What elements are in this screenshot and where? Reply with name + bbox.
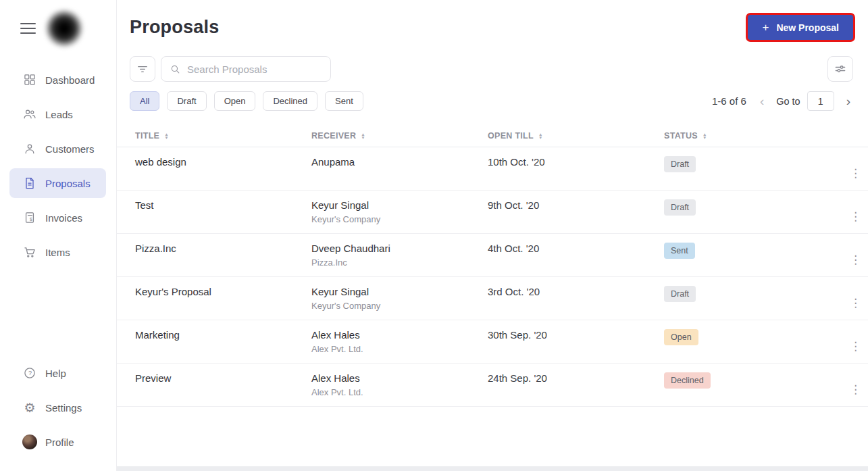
sidebar-item-label: Leads: [45, 109, 73, 120]
column-settings-button[interactable]: [827, 56, 853, 82]
sort-icon: ▲▼: [703, 132, 707, 139]
chip-declined[interactable]: Declined: [263, 91, 317, 111]
sidebar-item-label: Settings: [45, 402, 82, 414]
chip-open[interactable]: Open: [214, 91, 256, 111]
page-header: Proposals + New Proposal: [117, 0, 868, 40]
app-logo: [45, 9, 83, 47]
proposal-title: Keyur's Proposal: [135, 286, 311, 297]
new-proposal-label: New Proposal: [776, 22, 839, 33]
status-badge: Declined: [664, 372, 711, 389]
kebab-menu-icon[interactable]: ⋮: [844, 339, 867, 354]
sidebar-nav: Dashboard Leads Customers Proposals $ In…: [0, 65, 116, 267]
table-row[interactable]: Pizza.Inc Dveep Chaudhari Pizza.Inc 4th …: [117, 234, 868, 277]
chip-all[interactable]: All: [130, 91, 159, 111]
actions-cell: ⋮: [844, 296, 867, 310]
receiver-company: Keyur's Company: [311, 214, 488, 224]
status-cell: Draft: [664, 199, 844, 216]
kebab-menu-icon[interactable]: ⋮: [844, 209, 867, 224]
proposal-title: Pizza.Inc: [135, 243, 311, 254]
sidebar-item-settings[interactable]: ⚙ Settings: [9, 393, 106, 422]
sidebar-item-customers[interactable]: Customers: [9, 134, 106, 164]
sidebar-item-invoices[interactable]: $ Invoices: [9, 203, 106, 232]
sidebar-header: [0, 0, 116, 49]
filter-list-button[interactable]: [130, 56, 155, 82]
column-header-title[interactable]: TITLE ▲▼: [135, 131, 311, 141]
sidebar-item-leads[interactable]: Leads: [9, 99, 106, 129]
new-proposal-button[interactable]: + New Proposal: [748, 15, 853, 40]
plus-icon: +: [762, 22, 769, 33]
svg-text:$: $: [30, 217, 32, 222]
actions-cell: ⋮: [844, 166, 867, 180]
hamburger-menu-icon[interactable]: [20, 20, 36, 37]
table-row[interactable]: Marketing Alex Hales Alex Pvt. Ltd. 30th…: [117, 320, 868, 364]
search-box[interactable]: [161, 56, 331, 82]
sidebar: Dashboard Leads Customers Proposals $ In…: [0, 0, 117, 471]
sliders-icon: [834, 62, 847, 76]
pagination-range: 1-6 of 6: [712, 95, 746, 107]
receiver-cell: Alex Hales Alex Pvt. Ltd.: [311, 329, 488, 354]
goto-label: Go to: [776, 96, 800, 107]
sidebar-item-profile[interactable]: Profile: [9, 427, 106, 457]
kebab-menu-icon[interactable]: ⋮: [844, 252, 867, 268]
toolbar: [130, 56, 853, 82]
customers-icon: [22, 141, 37, 156]
sidebar-item-label: Dashboard: [45, 74, 95, 86]
receiver-company: Alex Pvt. Ltd.: [311, 387, 488, 397]
status-cell: Declined: [664, 372, 844, 389]
prev-page-icon[interactable]: ‹: [757, 95, 767, 107]
receiver-name: Alex Hales: [311, 329, 488, 341]
table-row[interactable]: web design Anupama 10th Oct. '20 Draft ⋮: [117, 147, 868, 191]
proposal-title: Preview: [135, 372, 311, 384]
receiver-company: Keyur's Company: [311, 301, 488, 311]
open-till-date: 9th Oct. '20: [488, 199, 664, 211]
receiver-company: Alex Pvt. Ltd.: [311, 344, 488, 354]
sidebar-item-label: Items: [45, 247, 70, 258]
chip-sent[interactable]: Sent: [325, 91, 363, 111]
next-page-icon[interactable]: ›: [844, 95, 853, 107]
receiver-cell: Anupama: [311, 156, 488, 171]
chip-draft[interactable]: Draft: [167, 91, 206, 111]
page-title: Proposals: [130, 17, 219, 38]
sidebar-item-label: Profile: [45, 437, 74, 448]
pagination: 1-6 of 6 ‹ Go to ›: [712, 91, 853, 111]
status-badge: Draft: [664, 199, 696, 216]
proposals-table: TITLE ▲▼ RECEIVER ▲▼ OPEN TILL ▲▼ STATUS…: [117, 125, 868, 407]
goto-page-input[interactable]: [807, 91, 834, 111]
table-row[interactable]: Test Keyur Singal Keyur's Company 9th Oc…: [117, 191, 868, 234]
open-till-date: 10th Oct. '20: [488, 156, 664, 168]
table-row[interactable]: Keyur's Proposal Keyur Singal Keyur's Co…: [117, 277, 868, 320]
dashboard-icon: [22, 72, 37, 87]
sort-icon: ▲▼: [538, 132, 543, 139]
search-icon: [170, 64, 181, 75]
proposal-title: Marketing: [135, 329, 311, 341]
sidebar-item-help[interactable]: ? Help: [9, 358, 106, 388]
column-header-status[interactable]: STATUS ▲▼: [664, 131, 844, 141]
actions-cell: ⋮: [844, 209, 867, 224]
gear-icon: ⚙: [22, 400, 37, 415]
table-header: TITLE ▲▼ RECEIVER ▲▼ OPEN TILL ▲▼ STATUS…: [117, 125, 868, 147]
sort-icon: ▲▼: [164, 132, 169, 139]
sidebar-item-dashboard[interactable]: Dashboard: [9, 65, 106, 95]
sidebar-item-proposals[interactable]: Proposals: [9, 168, 106, 198]
search-input[interactable]: [187, 64, 322, 75]
proposal-title: Test: [135, 199, 311, 211]
receiver-name: Keyur Singal: [311, 286, 488, 297]
status-badge: Draft: [664, 286, 696, 302]
invoices-icon: $: [22, 210, 37, 225]
open-till-date: 24th Sep. '20: [488, 372, 664, 384]
sidebar-item-label: Help: [45, 368, 66, 379]
receiver-cell: Keyur Singal Keyur's Company: [311, 199, 488, 224]
receiver-name: Alex Hales: [311, 372, 488, 384]
kebab-menu-icon[interactable]: ⋮: [844, 166, 867, 181]
sidebar-item-items[interactable]: Items: [9, 237, 106, 267]
kebab-menu-icon[interactable]: ⋮: [844, 295, 867, 311]
open-till-date: 4th Oct. '20: [488, 243, 664, 254]
column-header-open-till[interactable]: OPEN TILL ▲▼: [488, 131, 664, 141]
status-badge: Draft: [664, 156, 696, 172]
kebab-menu-icon[interactable]: ⋮: [844, 382, 867, 397]
receiver-company: Pizza.Inc: [311, 257, 488, 268]
table-row[interactable]: Preview Alex Hales Alex Pvt. Ltd. 24th S…: [117, 364, 868, 407]
receiver-cell: Keyur Singal Keyur's Company: [311, 286, 488, 311]
avatar: [22, 435, 37, 449]
column-header-receiver[interactable]: RECEIVER ▲▼: [311, 131, 488, 141]
